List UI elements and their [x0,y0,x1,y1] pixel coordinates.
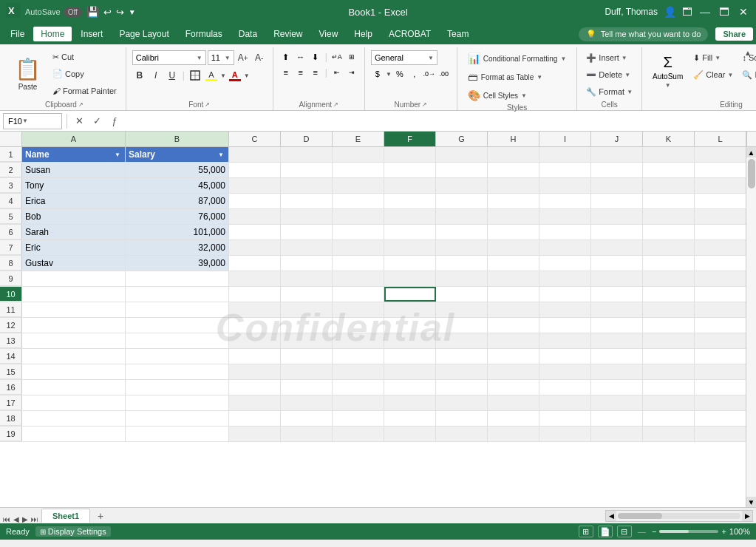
minimize-button[interactable]: — [698,5,712,18]
list-item[interactable] [539,349,591,364]
page-layout-view-button[interactable]: 📄 [598,526,613,537]
list-item[interactable] [281,287,333,302]
delete-cells-button[interactable]: ➖ Delete ▼ [583,67,636,82]
currency-arrow[interactable]: ▼ [386,71,392,78]
list-item[interactable] [436,287,488,302]
align-left-button[interactable]: ≡ [279,66,293,79]
list-item[interactable] [126,318,229,333]
list-item[interactable] [384,380,436,395]
horizontal-scrollbar[interactable]: ◀ ▶ [605,510,753,522]
list-item[interactable] [22,302,126,317]
list-item[interactable] [591,256,643,271]
list-item[interactable] [695,271,746,286]
font-size-selector[interactable]: 11 ▼ [208,50,234,65]
row-number[interactable]: 16 [0,380,22,395]
insert-cells-button[interactable]: ➕ Insert ▼ [583,50,636,65]
list-item[interactable] [229,240,281,255]
menu-page-layout[interactable]: Page Layout [112,27,176,41]
list-item[interactable] [643,225,695,239]
list-item[interactable] [384,178,436,193]
list-item[interactable]: 101,000 [126,225,229,239]
list-item[interactable] [488,318,539,333]
list-item[interactable] [643,411,695,426]
list-item[interactable] [539,411,591,426]
list-item[interactable] [229,178,281,193]
sheet-tab-sheet1[interactable]: Sheet1 [41,509,90,523]
list-item[interactable] [436,194,488,208]
align-top-button[interactable]: ⬆ [279,50,293,64]
list-item[interactable] [22,318,126,333]
row-number[interactable]: 17 [0,395,22,410]
col-header-i[interactable]: I [539,132,591,146]
list-item[interactable] [384,364,436,379]
list-item[interactable] [22,395,126,410]
list-item[interactable] [643,380,695,395]
hscroll-track[interactable] [618,513,740,519]
list-item[interactable] [695,209,746,224]
list-item[interactable] [643,333,695,348]
list-item[interactable] [591,225,643,239]
list-item[interactable] [333,178,384,193]
list-item[interactable] [539,209,591,224]
list-item[interactable] [591,194,643,208]
list-item[interactable] [333,427,384,441]
share-button[interactable]: Share [715,27,753,41]
list-item[interactable]: Name▼ [22,147,126,162]
ribbon-collapse-icon[interactable]: ▲ [743,47,753,58]
list-item[interactable] [643,349,695,364]
list-item[interactable] [643,318,695,333]
list-item[interactable] [333,271,384,286]
list-item[interactable] [22,380,126,395]
list-item[interactable] [22,427,126,441]
row-number[interactable]: 9 [0,271,22,286]
font-color-arrow[interactable]: ▼ [244,72,250,79]
hscroll-right[interactable]: ▶ [742,511,752,521]
list-item[interactable] [591,240,643,255]
conditional-formatting-button[interactable]: 📊 Conditional Formatting ▼ [463,50,571,67]
cell-mode-icon[interactable]: ⊞ Display Settings [35,526,111,537]
list-item[interactable] [591,427,643,441]
alignment-expand-icon[interactable]: ↗ [333,101,338,108]
list-item[interactable] [539,302,591,317]
list-item[interactable] [384,225,436,239]
list-item[interactable] [281,411,333,426]
list-item[interactable] [126,411,229,426]
list-item[interactable]: Sarah [22,225,126,239]
list-item[interactable] [436,240,488,255]
list-item[interactable] [22,271,126,286]
list-item[interactable] [591,209,643,224]
list-item[interactable] [695,302,746,317]
normal-view-button[interactable]: ⊞ [579,526,593,537]
list-item[interactable] [488,147,539,162]
list-item[interactable] [488,349,539,364]
list-item[interactable] [281,163,333,177]
list-item[interactable] [229,287,281,302]
list-item[interactable] [333,163,384,177]
list-item[interactable] [488,427,539,441]
list-item[interactable] [643,271,695,286]
list-item[interactable] [591,364,643,379]
format-as-table-button[interactable]: 🗃 Format as Table ▼ [463,69,571,85]
list-item[interactable] [126,427,229,441]
list-item[interactable] [695,411,746,426]
list-item[interactable] [591,271,643,286]
list-item[interactable] [539,163,591,177]
list-item[interactable] [22,364,126,379]
wrap-text-button[interactable]: ↵A [330,50,344,64]
list-item[interactable] [695,427,746,441]
list-item[interactable] [591,380,643,395]
list-item[interactable] [229,271,281,286]
cancel-formula-button[interactable]: ✕ [72,114,86,129]
currency-button[interactable]: $ [371,67,384,81]
list-item[interactable] [643,364,695,379]
undo-icon[interactable]: ↩ [103,7,112,18]
col-header-k[interactable]: K [643,132,695,146]
list-item[interactable] [695,364,746,379]
sheet-nav-prev[interactable]: ◀ [13,515,19,523]
list-item[interactable]: 87,000 [126,194,229,208]
menu-home[interactable]: Home [33,27,72,41]
list-item[interactable] [488,287,539,302]
list-item[interactable] [643,287,695,302]
list-item[interactable] [333,256,384,271]
list-item[interactable] [488,395,539,410]
